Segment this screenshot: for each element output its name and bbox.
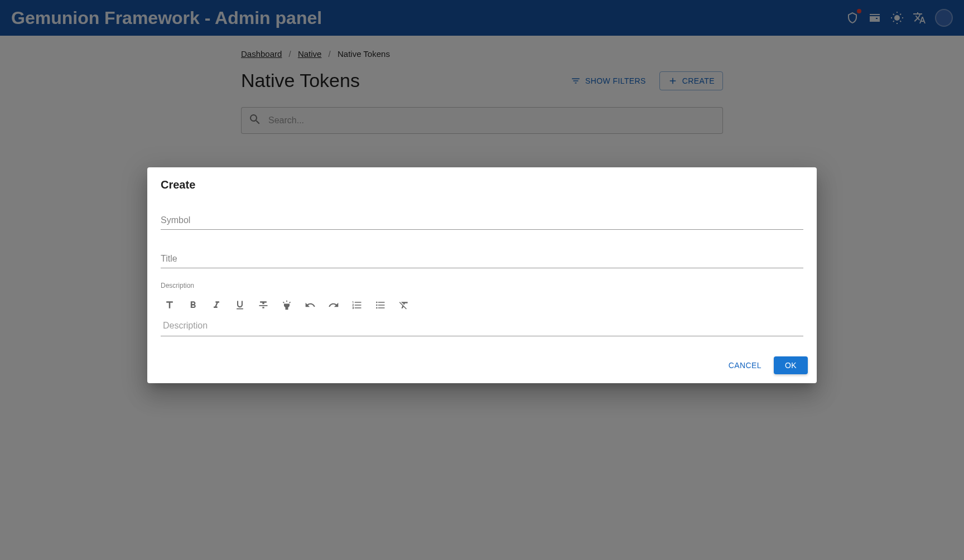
symbol-field: Symbol (161, 205, 803, 230)
description-label: Description (161, 282, 803, 289)
title-input[interactable] (161, 243, 803, 268)
editor-strikethrough-button[interactable] (256, 297, 271, 313)
description-editor[interactable]: Description (161, 316, 803, 336)
editor-bold-button[interactable] (185, 297, 201, 313)
dialog-content: Symbol Title Description (147, 200, 817, 350)
title-field: Title (161, 243, 803, 268)
editor-underline-button[interactable] (232, 297, 248, 313)
editor-toolbar (161, 294, 803, 316)
ok-button[interactable]: OK (774, 356, 808, 374)
editor-text-format-button[interactable] (162, 297, 177, 313)
editor-clear-format-button[interactable] (396, 297, 412, 313)
editor-redo-button[interactable] (326, 297, 341, 313)
dialog-title: Create (147, 167, 817, 200)
editor-highlight-button[interactable] (279, 297, 295, 313)
editor-ordered-list-button[interactable] (349, 297, 365, 313)
editor-unordered-list-button[interactable] (373, 297, 388, 313)
editor-undo-button[interactable] (302, 297, 318, 313)
dialog-actions: Cancel OK (147, 350, 817, 383)
create-dialog: Create Symbol Title Description (147, 167, 817, 383)
symbol-input[interactable] (161, 205, 803, 230)
editor-italic-button[interactable] (209, 297, 224, 313)
cancel-button[interactable]: Cancel (721, 356, 769, 374)
